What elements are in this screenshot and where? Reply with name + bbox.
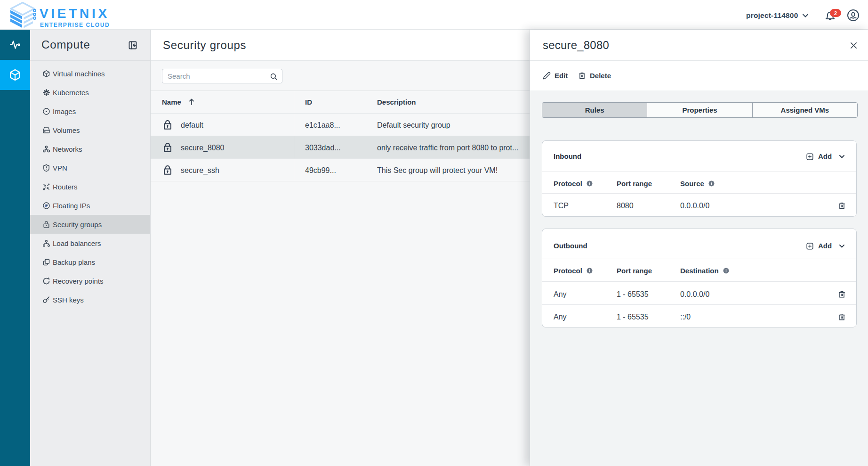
svg-text:IP: IP: [45, 204, 48, 207]
